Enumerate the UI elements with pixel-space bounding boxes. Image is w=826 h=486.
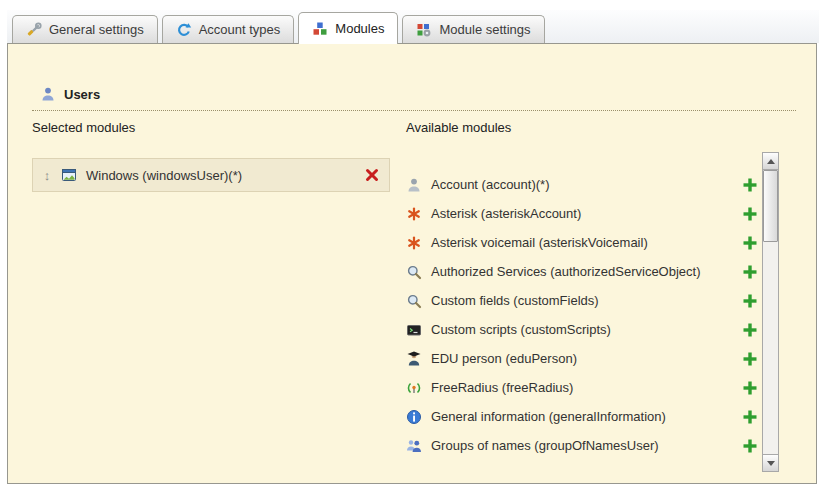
module-selection-page: General settings Account types Modules xyxy=(0,0,826,486)
add-module-button[interactable] xyxy=(742,177,758,193)
available-module-row: EDU person (eduPerson) xyxy=(406,344,758,373)
tab-module-settings[interactable]: Module settings xyxy=(402,15,544,43)
tab-account-types[interactable]: Account types xyxy=(162,15,295,43)
dotted-divider xyxy=(32,110,796,111)
gear-icon xyxy=(176,22,192,38)
arrow-up-icon xyxy=(767,159,775,164)
available-modules-heading: Available modules xyxy=(406,120,511,135)
magnifier-icon xyxy=(406,293,422,309)
tab-modules[interactable]: Modules xyxy=(298,12,398,44)
available-module-row: FreeRadius (freeRadius) xyxy=(406,373,758,402)
module-label: Account (account)(*) xyxy=(431,177,733,192)
drag-handle-icon[interactable]: ↕ xyxy=(42,169,52,182)
available-module-row: Custom fields (customFields) xyxy=(406,286,758,315)
add-module-button[interactable] xyxy=(742,380,758,396)
tab-general-settings[interactable]: General settings xyxy=(12,15,158,43)
available-module-row: Groups of names (groupOfNamesUser) xyxy=(406,431,758,460)
scrollbar[interactable] xyxy=(762,152,779,472)
module-label: General information (generalInformation) xyxy=(431,409,733,424)
add-module-button[interactable] xyxy=(742,235,758,251)
module-label: FreeRadius (freeRadius) xyxy=(431,380,733,395)
add-module-button[interactable] xyxy=(742,206,758,222)
asterisk-voicemail-icon xyxy=(406,235,422,251)
tab-label: Modules xyxy=(335,21,384,36)
section-title: Users xyxy=(64,87,100,102)
module-label: Custom fields (customFields) xyxy=(431,293,733,308)
modules-icon xyxy=(312,21,328,37)
module-label: Custom scripts (customScripts) xyxy=(431,322,733,337)
available-module-row: Authorized Services (authorizedServiceOb… xyxy=(406,257,758,286)
available-module-row: Custom scripts (customScripts) xyxy=(406,315,758,344)
wrench-icon xyxy=(26,22,42,38)
user-icon xyxy=(40,86,56,102)
selected-modules-heading: Selected modules xyxy=(32,120,135,135)
group-icon xyxy=(406,438,422,454)
scroll-up-button[interactable] xyxy=(763,153,778,170)
module-label: Groups of names (groupOfNamesUser) xyxy=(431,438,733,453)
add-module-button[interactable] xyxy=(742,351,758,367)
module-label: Asterisk (asteriskAccount) xyxy=(431,206,733,221)
module-label: Windows (windowsUser)(*) xyxy=(86,168,355,183)
radius-icon xyxy=(406,380,422,396)
asterisk-icon xyxy=(406,206,422,222)
add-module-button[interactable] xyxy=(742,438,758,454)
script-icon xyxy=(406,322,422,338)
module-label: EDU person (eduPerson) xyxy=(431,351,733,366)
available-module-row: Account (account)(*) xyxy=(406,170,758,199)
module-label: Asterisk voicemail (asteriskVoicemail) xyxy=(431,235,733,250)
module-label: Authorized Services (authorizedServiceOb… xyxy=(431,264,733,279)
scroll-thumb[interactable] xyxy=(763,170,778,242)
edu-person-icon xyxy=(406,351,422,367)
tab-label: Account types xyxy=(199,22,281,37)
module-settings-icon xyxy=(416,22,432,38)
section-heading: Users xyxy=(40,86,100,102)
available-module-row: General information (generalInformation) xyxy=(406,402,758,431)
scroll-down-button[interactable] xyxy=(763,454,778,471)
add-module-button[interactable] xyxy=(742,264,758,280)
info-icon xyxy=(406,409,422,425)
content-panel: Users Selected modules Available modules… xyxy=(7,43,817,484)
tab-label: General settings xyxy=(49,22,144,37)
account-icon xyxy=(406,177,422,193)
add-module-button[interactable] xyxy=(742,293,758,309)
windows-icon xyxy=(61,167,77,183)
available-module-row: Asterisk (asteriskAccount) xyxy=(406,199,758,228)
remove-module-button[interactable] xyxy=(364,167,380,183)
available-module-row: Asterisk voicemail (asteriskVoicemail) xyxy=(406,228,758,257)
tab-bar: General settings Account types Modules xyxy=(7,10,819,43)
tab-label: Module settings xyxy=(439,22,530,37)
available-modules-list: Account (account)(*) Asterisk (asteriskA… xyxy=(406,170,758,460)
magnifier-icon xyxy=(406,264,422,280)
add-module-button[interactable] xyxy=(742,409,758,425)
add-module-button[interactable] xyxy=(742,322,758,338)
arrow-down-icon xyxy=(767,461,775,466)
selected-module-row: ↕ Windows (windowsUser)(*) xyxy=(32,158,390,192)
scroll-track[interactable] xyxy=(763,169,778,455)
